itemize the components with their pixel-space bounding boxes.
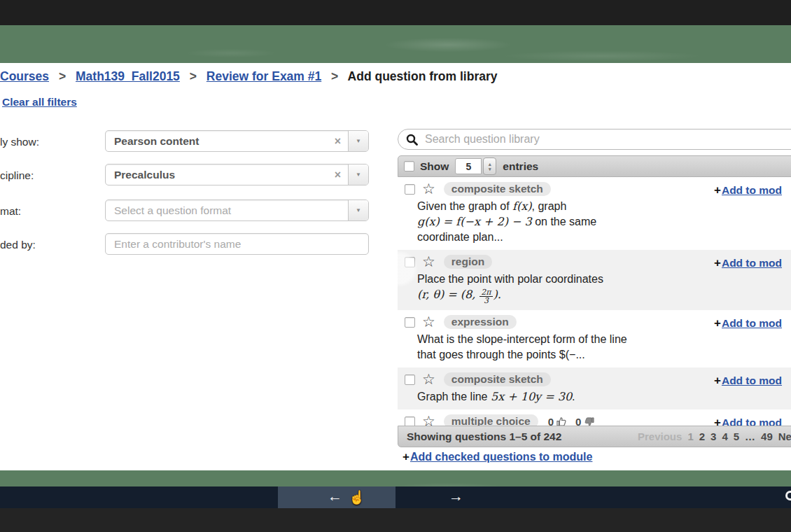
math-expression: f(x) xyxy=(512,200,531,213)
question-text: What is the slope-intercept form of the … xyxy=(417,333,627,345)
format-select[interactable]: Select a question format ▼ xyxy=(105,200,369,221)
page-number[interactable]: 5 xyxy=(734,430,739,442)
back-arrow-button[interactable]: ← xyxy=(328,488,342,505)
breadcrumb-courses[interactable]: Courses xyxy=(0,69,49,83)
question-line: that goes through the points $(−... xyxy=(417,347,791,363)
question-text: Graph the line xyxy=(417,391,491,402)
star-icon[interactable]: ☆ xyxy=(422,372,435,386)
entries-label: entries xyxy=(503,160,538,173)
add-to-module-label: Add to mod xyxy=(722,257,782,269)
star-icon[interactable]: ☆ xyxy=(422,315,435,329)
forward-arrow-button[interactable]: → xyxy=(449,488,463,505)
plus-icon: + xyxy=(714,183,721,197)
add-to-module-label: Add to mod xyxy=(722,317,782,329)
filter-label-discipline: cipline: xyxy=(0,169,34,182)
player-nav-bar: ← → ☝ xyxy=(0,486,791,508)
chalkboard-band-top xyxy=(0,25,791,63)
clear-all-filters-link[interactable]: Clear all filters xyxy=(2,96,77,108)
search-placeholder: Search question library xyxy=(425,133,540,146)
math-expression: 5x + 10y = 30 xyxy=(491,390,572,403)
question-text: . xyxy=(572,391,575,402)
question-text: Place the point with polar coordinates xyxy=(417,273,603,285)
add-checked-questions-link[interactable]: +Add checked questions to module xyxy=(402,450,592,464)
breadcrumb-assignment[interactable]: Review for Exam #1 xyxy=(206,69,321,83)
question-row: ☆expression+Add to modWhat is the slope-… xyxy=(398,310,791,368)
clear-x-icon[interactable]: × xyxy=(328,135,348,148)
next-page-button[interactable]: Ne xyxy=(778,430,791,442)
contributor-placeholder: Enter a contributor's name xyxy=(106,238,368,251)
video-letterbox-top xyxy=(0,0,791,25)
stepper-up-icon: ▴ xyxy=(489,162,491,167)
add-to-module-label: Add to mod xyxy=(722,184,782,196)
question-list: ☆composite sketch+Add to modGiven the gr… xyxy=(398,177,791,451)
number-stepper[interactable]: ▴▾ xyxy=(483,158,496,175)
hand-cursor-icon: ☝ xyxy=(349,489,365,505)
chevron-down-icon[interactable]: ▼ xyxy=(348,164,368,185)
search-icon xyxy=(406,134,418,146)
format-placeholder: Select a question format xyxy=(106,204,348,217)
contributor-input[interactable]: Enter a contributor's name xyxy=(105,233,369,255)
question-row: ☆region+Add to modPlace the point with p… xyxy=(398,250,791,310)
question-text: on the same xyxy=(532,216,597,227)
entries-count-input[interactable] xyxy=(455,158,482,174)
fraction: 2π3 xyxy=(479,288,492,305)
filter-label-format: mat: xyxy=(0,205,21,218)
only-show-select[interactable]: Pearson content × ▼ xyxy=(105,130,369,152)
question-line: coordinate plan... xyxy=(417,230,791,245)
star-icon[interactable]: ☆ xyxy=(422,182,435,196)
plus-icon: + xyxy=(402,450,410,463)
select-all-checkbox[interactable] xyxy=(404,161,414,172)
gear-icon[interactable] xyxy=(785,491,791,500)
discipline-value: Precalculus xyxy=(106,169,328,181)
only-show-value: Pearson content xyxy=(106,135,328,148)
question-row: ☆composite sketch+Add to modGraph the li… xyxy=(398,368,791,410)
page-number: … xyxy=(745,430,755,442)
question-line: (r, θ) = (8, 2π3). xyxy=(417,287,791,305)
question-checkbox[interactable] xyxy=(405,317,415,328)
previous-page-button[interactable]: Previous xyxy=(638,430,682,442)
breadcrumb-course[interactable]: Math139_Fall2015 xyxy=(76,69,180,83)
add-to-module-link[interactable]: +Add to mod xyxy=(714,316,782,330)
plus-icon: + xyxy=(714,374,721,387)
question-text: , graph xyxy=(532,200,567,212)
question-checkbox[interactable] xyxy=(405,184,415,195)
question-line: What is the slope-intercept form of the … xyxy=(417,332,791,347)
breadcrumb: Courses > Math139_Fall2015 > Review for … xyxy=(0,69,497,84)
show-entries-bar: Show ▴▾ entries xyxy=(398,155,791,177)
star-icon[interactable]: ☆ xyxy=(422,255,435,269)
question-type-tag: expression xyxy=(444,315,517,329)
results-footer-bar: Showing questions 1–5 of 242 Previous123… xyxy=(398,426,791,447)
chevron-down-icon[interactable]: ▼ xyxy=(348,131,368,151)
page-number[interactable]: 1 xyxy=(687,430,693,442)
question-line: g(x) = f(−x + 2) − 3 on the same xyxy=(417,214,791,230)
page-number[interactable]: 49 xyxy=(761,430,773,442)
chevron-down-icon[interactable]: ▼ xyxy=(348,200,368,220)
video-player-frame: Courses > Math139_Fall2015 > Review for … xyxy=(0,0,791,532)
question-checkbox[interactable] xyxy=(405,374,415,385)
question-row: ☆composite sketch+Add to modGiven the gr… xyxy=(398,177,791,250)
chalkboard-band-bottom xyxy=(0,470,791,486)
clear-x-icon[interactable]: × xyxy=(328,169,348,181)
filter-label-only-show: ly show: xyxy=(0,136,39,148)
page-number[interactable]: 2 xyxy=(699,430,705,442)
question-line: Place the point with polar coordinates xyxy=(417,272,791,287)
add-to-module-link[interactable]: +Add to mod xyxy=(714,374,782,388)
breadcrumb-separator: > xyxy=(59,69,66,83)
breadcrumb-separator: > xyxy=(190,69,197,83)
discipline-select[interactable]: Precalculus × ▼ xyxy=(105,164,369,186)
add-to-module-label: Add to mod xyxy=(722,374,782,386)
filter-label-added-by: ded by: xyxy=(0,239,36,251)
question-line: Given the graph of f(x), graph xyxy=(417,199,791,214)
question-text: Given the graph of xyxy=(417,200,512,212)
page-number[interactable]: 4 xyxy=(722,430,727,442)
question-checkbox[interactable] xyxy=(405,257,415,267)
page-number[interactable]: 3 xyxy=(710,430,716,442)
question-text: that goes through the points $(−... xyxy=(417,349,585,360)
plus-icon: + xyxy=(714,256,721,270)
breadcrumb-separator: > xyxy=(331,69,338,83)
pagination: Previous12345…49Ne xyxy=(638,426,791,447)
add-to-module-link[interactable]: +Add to mod xyxy=(714,183,782,197)
search-input[interactable]: Search question library xyxy=(398,129,791,150)
add-to-module-link[interactable]: +Add to mod xyxy=(714,256,782,270)
math-expression: ). xyxy=(493,288,501,301)
